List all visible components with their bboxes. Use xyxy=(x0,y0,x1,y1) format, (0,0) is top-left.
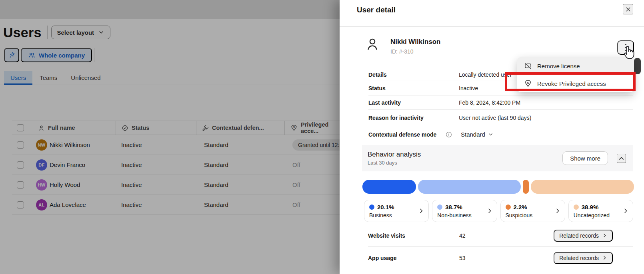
card-non-business[interactable]: 38.7% Non-business xyxy=(432,200,497,222)
legend-dot xyxy=(437,205,442,210)
users-page: Users Select layout Whole company Users … xyxy=(0,0,340,274)
card-business[interactable]: 20.1% Business xyxy=(364,200,429,222)
bar-segment-uncategorized xyxy=(531,180,634,194)
show-more-button[interactable]: Show more xyxy=(562,151,608,165)
chevron-right-icon xyxy=(602,233,607,238)
svg-text:S: S xyxy=(527,81,529,85)
chevron-right-icon xyxy=(486,208,493,214)
user-id: ID: #-310 xyxy=(390,48,414,55)
legend-dot xyxy=(506,205,511,210)
chevron-up-icon[interactable] xyxy=(617,154,626,163)
legend-dot xyxy=(369,205,374,210)
defense-mode-dropdown[interactable]: Standard xyxy=(461,131,494,138)
privileged-gem-icon: S xyxy=(524,79,532,87)
partially-visible-dark-element xyxy=(634,58,641,74)
info-icon[interactable] xyxy=(445,131,452,138)
behavior-analysis-title: Behavior analysis xyxy=(368,151,421,159)
contextual-defense-row: Contextual defense mode Standard xyxy=(368,126,633,143)
related-records-button[interactable]: Related records xyxy=(554,252,613,264)
panel-title: User detail xyxy=(357,6,396,14)
chevron-down-icon xyxy=(488,131,494,137)
menu-item-remove-license[interactable]: Remove license xyxy=(517,57,634,75)
user-avatar-icon xyxy=(365,36,380,52)
modal-backdrop xyxy=(0,0,340,274)
divider xyxy=(340,26,644,27)
activity-metrics: Website visits 42 Related records App us… xyxy=(368,224,633,269)
bar-segment-business xyxy=(362,180,416,194)
chevron-right-icon xyxy=(554,208,561,214)
bar-segment-non-business xyxy=(418,180,521,194)
card-uncategorized[interactable]: 38.9% Uncategorized xyxy=(568,200,633,222)
chevron-right-icon xyxy=(622,208,629,214)
remove-license-icon xyxy=(524,62,532,70)
metric-row-website-visits: Website visits 42 Related records xyxy=(368,224,633,247)
detail-row: Last activity Feb 8, 2024, 8:42:00 PM xyxy=(368,95,633,110)
behavior-distribution-bar xyxy=(362,180,634,194)
behavior-analysis-subtitle: Last 30 days xyxy=(368,160,421,166)
cursor-pointer-icon xyxy=(622,45,635,62)
kebab-dropdown-menu: Remove license S Revoke Privileged acces… xyxy=(517,57,634,92)
close-icon[interactable] xyxy=(623,4,633,14)
user-detail-panel: User detail Nikki Wilkinson ID: #-310 De… xyxy=(340,0,644,274)
related-records-button[interactable]: Related records xyxy=(554,230,613,242)
detail-row: Reason for inactivity User not active (l… xyxy=(368,110,633,126)
user-name: Nikki Wilkinson xyxy=(390,38,440,46)
menu-item-revoke-privileged-access[interactable]: S Revoke Privileged access xyxy=(517,75,634,92)
behavior-category-cards: 20.1% Business 38.7% Non-business xyxy=(364,200,633,222)
behavior-analysis-header: Behavior analysis Last 30 days Show more xyxy=(362,145,633,171)
metric-row-app-usage: App usage 53 Related records xyxy=(368,247,633,269)
card-suspicious[interactable]: 2.2% Suspicious xyxy=(500,200,565,222)
legend-dot xyxy=(574,205,579,210)
bar-segment-suspicious xyxy=(523,180,529,194)
chevron-right-icon xyxy=(602,255,607,260)
chevron-right-icon xyxy=(418,208,424,214)
